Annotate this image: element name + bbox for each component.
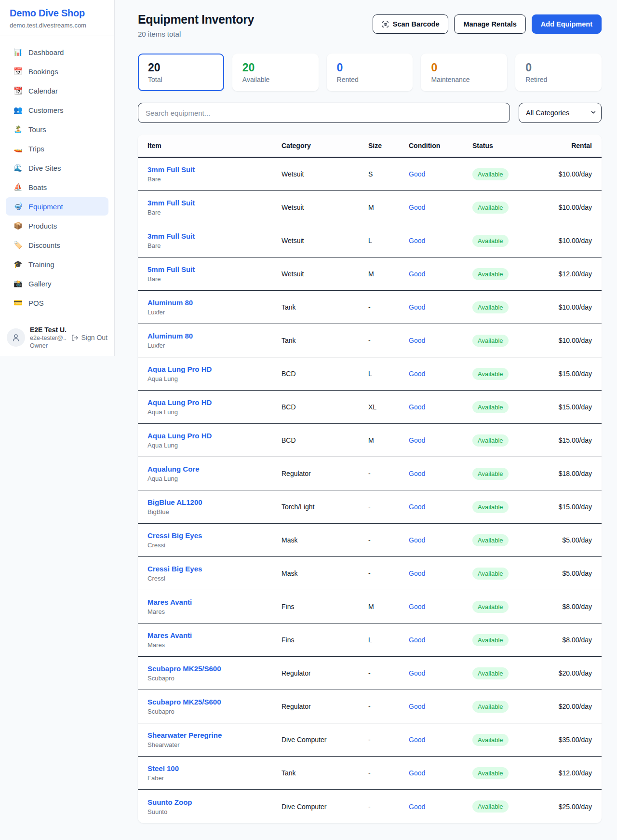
table-row: Aqua Lung Pro HD Aqua Lung BCD L Good Av… bbox=[138, 357, 602, 391]
sidebar-item-pos[interactable]: 💳 POS bbox=[6, 294, 108, 312]
table-body: 3mm Full Suit Bare Wetsuit S Good Availa… bbox=[138, 158, 602, 823]
item-link[interactable]: 3mm Full Suit bbox=[148, 232, 282, 240]
person-icon bbox=[12, 333, 20, 342]
item-link[interactable]: 5mm Full Suit bbox=[148, 265, 282, 273]
stat-value: 20 bbox=[148, 61, 214, 74]
sidebar-item-customers[interactable]: 👥 Customers bbox=[6, 101, 108, 119]
column-header-condition: Condition bbox=[409, 142, 472, 149]
item-link[interactable]: Steel 100 bbox=[148, 764, 282, 772]
item-brand: Aqua Lung bbox=[148, 408, 282, 416]
sidebar-item-discounts[interactable]: 🏷️ Discounts bbox=[6, 236, 108, 254]
item-link[interactable]: Cressi Big Eyes bbox=[148, 531, 282, 540]
stat-card-retired[interactable]: 0 Retired bbox=[515, 54, 602, 91]
item-cell: BigBlue AL1200 BigBlue bbox=[148, 498, 282, 515]
sidebar-item-label: POS bbox=[28, 299, 44, 307]
sidebar-item-label: Dashboard bbox=[28, 48, 64, 56]
sidebar-item-dashboard[interactable]: 📊 Dashboard bbox=[6, 43, 108, 61]
item-link[interactable]: Suunto Zoop bbox=[148, 798, 282, 806]
status-badge: Available bbox=[472, 568, 509, 580]
status-badge: Available bbox=[472, 301, 509, 313]
add-equipment-button[interactable]: Add Equipment bbox=[532, 14, 602, 34]
item-link[interactable]: Mares Avanti bbox=[148, 598, 282, 606]
sidebar-item-tours[interactable]: 🏝️ Tours bbox=[6, 120, 108, 138]
manage-rentals-button[interactable]: Manage Rentals bbox=[454, 14, 525, 34]
status-cell: Available bbox=[472, 534, 545, 546]
sidebar-nav: 📊 Dashboard 📅 Bookings 📆 Calendar 👥 Cust… bbox=[0, 36, 114, 319]
stat-card-available[interactable]: 20 Available bbox=[232, 54, 319, 91]
item-cell: 3mm Full Suit Bare bbox=[148, 199, 282, 216]
item-link[interactable]: Shearwater Peregrine bbox=[148, 731, 282, 739]
item-link[interactable]: Aqua Lung Pro HD bbox=[148, 398, 282, 406]
sidebar-item-label: Trips bbox=[28, 145, 44, 153]
item-link[interactable]: 3mm Full Suit bbox=[148, 165, 282, 174]
scan-barcode-button[interactable]: Scan Barcode bbox=[373, 14, 449, 34]
item-link[interactable]: Cressi Big Eyes bbox=[148, 565, 282, 573]
item-size: M bbox=[368, 270, 409, 278]
sidebar-item-training[interactable]: 🎓 Training bbox=[6, 255, 108, 273]
item-link[interactable]: Aqualung Core bbox=[148, 465, 282, 473]
trips-icon: 🚤 bbox=[13, 144, 22, 153]
item-size: - bbox=[368, 337, 409, 344]
status-badge: Available bbox=[472, 401, 509, 413]
item-link[interactable]: Scubapro MK25/S600 bbox=[148, 664, 282, 673]
status-cell: Available bbox=[472, 235, 545, 247]
item-link[interactable]: Aluminum 80 bbox=[148, 332, 282, 340]
column-header-status: Status bbox=[472, 142, 545, 149]
item-brand: Aqua Lung bbox=[148, 475, 282, 482]
sidebar-item-label: Gallery bbox=[28, 280, 52, 288]
item-link[interactable]: Mares Avanti bbox=[148, 631, 282, 639]
item-link[interactable]: Aqua Lung Pro HD bbox=[148, 432, 282, 440]
item-category: Tank bbox=[282, 769, 368, 777]
table-row: Suunto Zoop Suunto Dive Computer - Good … bbox=[138, 790, 602, 823]
item-size: S bbox=[368, 170, 409, 178]
item-rental: $10.00/day bbox=[545, 203, 592, 211]
status-badge: Available bbox=[472, 634, 509, 646]
sign-out-button[interactable]: Sign Out bbox=[71, 334, 107, 341]
item-link[interactable]: 3mm Full Suit bbox=[148, 199, 282, 207]
item-link[interactable]: Aluminum 80 bbox=[148, 298, 282, 307]
item-rental: $20.00/day bbox=[545, 703, 592, 710]
dashboard-icon: 📊 bbox=[13, 48, 22, 56]
item-condition: Good bbox=[409, 203, 472, 211]
stat-card-maintenance[interactable]: 0 Maintenance bbox=[421, 54, 507, 91]
table-row: Mares Avanti Mares Fins M Good Available… bbox=[138, 590, 602, 623]
item-cell: 3mm Full Suit Bare bbox=[148, 165, 282, 183]
item-condition: Good bbox=[409, 436, 472, 444]
search-input[interactable] bbox=[138, 103, 510, 123]
sidebar-item-equipment[interactable]: 🤿 Equipment bbox=[6, 197, 108, 216]
items-total-count: 20 items total bbox=[138, 30, 254, 38]
sidebar-item-label: Products bbox=[28, 222, 57, 230]
item-rental: $15.00/day bbox=[545, 370, 592, 378]
status-cell: Available bbox=[472, 734, 545, 746]
sidebar-item-boats[interactable]: ⛵ Boats bbox=[6, 178, 108, 196]
item-category: Fins bbox=[282, 603, 368, 610]
item-cell: Mares Avanti Mares bbox=[148, 631, 282, 649]
item-link[interactable]: BigBlue AL1200 bbox=[148, 498, 282, 506]
status-cell: Available bbox=[472, 601, 545, 613]
sidebar-item-calendar[interactable]: 📆 Calendar bbox=[6, 81, 108, 100]
status-badge: Available bbox=[472, 235, 509, 247]
status-cell: Available bbox=[472, 401, 545, 413]
user-section: E2E Test U... e2e-tester@... Owner Sign … bbox=[0, 319, 114, 356]
item-size: - bbox=[368, 303, 409, 311]
sidebar-item-products[interactable]: 📦 Products bbox=[6, 217, 108, 235]
sidebar-item-bookings[interactable]: 📅 Bookings bbox=[6, 62, 108, 81]
stat-card-total[interactable]: 20 Total bbox=[138, 54, 224, 91]
item-rental: $15.00/day bbox=[545, 403, 592, 411]
item-link[interactable]: Scubapro MK25/S600 bbox=[148, 698, 282, 706]
item-link[interactable]: Aqua Lung Pro HD bbox=[148, 365, 282, 373]
category-select[interactable]: All Categories bbox=[519, 103, 602, 123]
sidebar-item-dive-sites[interactable]: 🌊 Dive Sites bbox=[6, 159, 108, 177]
item-size: M bbox=[368, 436, 409, 444]
item-category: Regulator bbox=[282, 703, 368, 710]
item-brand: Suunto bbox=[148, 808, 282, 815]
item-condition: Good bbox=[409, 170, 472, 178]
sidebar-item-trips[interactable]: 🚤 Trips bbox=[6, 139, 108, 158]
item-rental: $25.00/day bbox=[545, 803, 592, 811]
stat-label: Available bbox=[242, 76, 308, 83]
user-email: e2e-tester@... bbox=[30, 335, 67, 341]
table-row: 3mm Full Suit Bare Wetsuit M Good Availa… bbox=[138, 191, 602, 224]
stat-label: Retired bbox=[525, 76, 591, 83]
stat-card-rented[interactable]: 0 Rented bbox=[327, 54, 413, 91]
sidebar-item-gallery[interactable]: 📸 Gallery bbox=[6, 274, 108, 293]
